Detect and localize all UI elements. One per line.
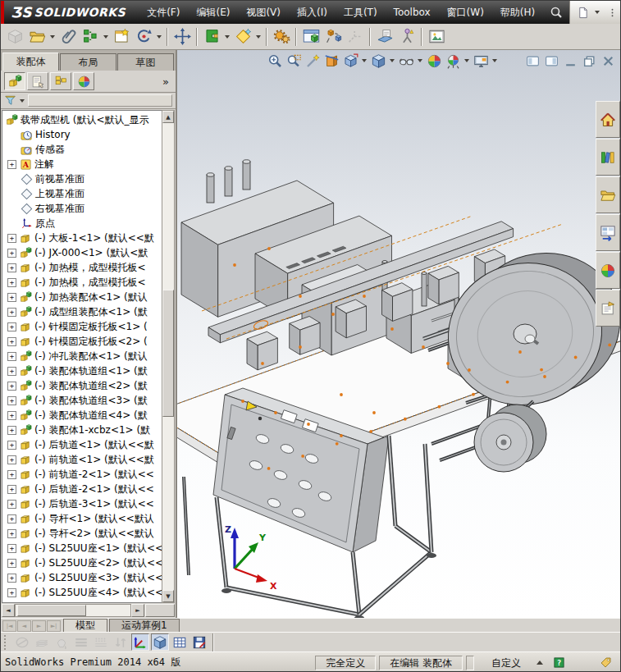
move-component-icon-button[interactable] — [171, 26, 193, 48]
tree-expander[interactable]: + — [7, 603, 16, 604]
status-custom[interactable]: 自定义 — [477, 656, 535, 670]
menu-7[interactable]: 帮助(H) — [492, 1, 543, 24]
smart-fasteners-icon-button[interactable] — [201, 26, 222, 48]
preview-window-icon-button[interactable] — [300, 26, 322, 48]
scroll-right-button[interactable]: ► — [131, 604, 144, 617]
tree-item-13[interactable]: +(-) 成型组装配体<1> (默 — [2, 304, 162, 319]
graphics-viewport[interactable]: Z Y X — [177, 50, 620, 618]
tree-expander[interactable]: + — [7, 544, 16, 553]
vscroll-track[interactable] — [162, 123, 174, 590]
simulation-icon-button[interactable] — [396, 26, 418, 48]
tree-expander[interactable]: + — [7, 382, 16, 391]
menu-5[interactable]: Toolbox — [386, 1, 439, 24]
tree-item-6[interactable]: 右视基准面 — [2, 201, 162, 216]
dropdown-icon[interactable] — [50, 35, 55, 39]
tree-item-4[interactable]: 前视基准面 — [2, 171, 162, 186]
tree-item-33[interactable]: +(-) SL25UU座<5> (默认<< — [2, 600, 162, 603]
hscroll-track[interactable] — [15, 604, 131, 617]
tree-item-24[interactable]: +(-) 前轨道-2<1> (默认<< — [2, 467, 162, 482]
tree-expander[interactable]: + — [7, 293, 16, 302]
menu-1[interactable]: 编辑(E) — [188, 1, 238, 24]
feature-manager-tab[interactable] — [4, 72, 25, 90]
tree-expander[interactable]: + — [7, 308, 16, 317]
search-icon[interactable] — [543, 1, 569, 24]
tree-vertical-scrollbar[interactable]: ▲ ▼ — [162, 110, 175, 603]
file-explorer-icon-tab[interactable] — [596, 176, 620, 213]
menu-4[interactable]: 工具(T) — [336, 1, 386, 24]
previous-view-icon-button[interactable] — [304, 52, 322, 70]
configuration-manager-tab[interactable] — [50, 72, 71, 90]
tree-item-25[interactable]: +(-) 后轨道-2<1> (默认<< — [2, 482, 162, 496]
right-pane-icon-button[interactable] — [542, 52, 560, 70]
display-style-icon-dropdown[interactable] — [390, 59, 395, 62]
tree-expander[interactable]: + — [7, 249, 16, 258]
close-doc-icon-button[interactable] — [599, 52, 617, 70]
doc-tab-0[interactable]: 模型 — [63, 619, 107, 632]
tree-expander[interactable]: + — [7, 470, 16, 479]
tree-expander[interactable]: + — [7, 396, 16, 405]
options-grip-icon[interactable] — [604, 4, 620, 21]
tree-expander[interactable]: + — [7, 278, 16, 287]
view-orientation-icon-button[interactable] — [341, 52, 359, 70]
open-icon-button[interactable] — [26, 26, 48, 48]
assembly-xpert-icon-button[interactable] — [271, 26, 292, 48]
tree-expander[interactable]: + — [7, 485, 16, 494]
section-view-icon-button[interactable] — [322, 52, 340, 70]
tree-expander[interactable]: + — [7, 367, 16, 376]
commandmanager-tab-0[interactable]: 装配体 — [2, 53, 59, 71]
tree-item-30[interactable]: +(-) SL25UU座<2> (默认<< — [2, 555, 162, 570]
tree-item-32[interactable]: +(-) SL25UU座<4> (默认<< — [2, 585, 162, 600]
commandmanager-tab-1[interactable]: 布局 — [60, 53, 116, 71]
new-document-icon[interactable] — [574, 4, 591, 21]
custom-dropdown-icon[interactable] — [537, 661, 543, 665]
triad-display-icon-button[interactable] — [131, 633, 149, 651]
tree-expander[interactable]: + — [7, 337, 16, 346]
tree-item-17[interactable]: +(-) 装配体轨道组<1> (默 — [2, 363, 162, 378]
rotate-component-icon-button[interactable] — [133, 26, 154, 48]
insert-components-icon-button[interactable] — [80, 26, 101, 48]
view-settings-icon-button[interactable] — [472, 52, 490, 70]
tree-expander[interactable]: + — [7, 426, 16, 435]
menu-2[interactable]: 视图(V) — [238, 1, 289, 24]
tree-item-28[interactable]: +(-) 导杆<2> (默认<<默认 — [2, 526, 162, 541]
hide-show-items-icon-dropdown[interactable] — [418, 59, 422, 62]
exploded-view-icon-button[interactable] — [322, 26, 344, 48]
tree-item-29[interactable]: +(-) SL25UU座<1> (默认<< — [2, 541, 162, 555]
tree-expander[interactable]: + — [7, 588, 16, 597]
edit-appearance-icon-button[interactable] — [425, 52, 443, 70]
restore-doc-icon-button[interactable] — [580, 52, 598, 70]
property-manager-tab[interactable] — [27, 72, 48, 90]
custom-properties-icon-tab[interactable] — [596, 290, 620, 327]
tree-item-23[interactable]: +(-) 前轨道<1> (默认<<默 — [2, 452, 162, 467]
tree-item-31[interactable]: +(-) SL25UU座<3> (默认<< — [2, 570, 162, 585]
scroll-down-button[interactable]: ▼ — [162, 590, 174, 602]
tree-item-11[interactable]: +(-) 加热模，成型模托板< — [2, 275, 162, 290]
scroll-up-button[interactable]: ▲ — [162, 111, 174, 123]
smart-component-icon-button[interactable] — [111, 26, 132, 48]
minimize-doc-icon-button[interactable] — [561, 52, 579, 70]
dropdown-icon[interactable] — [256, 35, 261, 39]
filter-field[interactable] — [28, 94, 172, 107]
hide-show-items-icon-button[interactable] — [397, 52, 415, 70]
view-orientation-icon-dropdown[interactable] — [362, 59, 367, 62]
menu-6[interactable]: 窗口(W) — [439, 1, 492, 24]
tree-horizontal-scrollbar[interactable]: ◄ ► — [2, 604, 175, 617]
tree-item-19[interactable]: +(-) 装配体轨道组<3> (默 — [2, 393, 162, 408]
zoom-to-area-icon-button[interactable] — [285, 52, 303, 70]
status-tag-icon[interactable] — [600, 656, 613, 670]
apply-scene-icon-button[interactable] — [444, 52, 462, 70]
tree-item-7[interactable]: 原点 — [2, 216, 162, 231]
tree-expander[interactable]: + — [7, 529, 16, 538]
tree-item-1[interactable]: History — [2, 127, 162, 142]
vscroll-thumb[interactable] — [162, 290, 174, 417]
tree-item-8[interactable]: +(-) 大板-1<1> (默认<<默 — [2, 231, 162, 245]
snapshot-icon-button[interactable] — [426, 26, 447, 48]
tree-item-26[interactable]: +(-) 后轨道-3<1> (默认<< — [2, 496, 162, 511]
new-document-icon-dropdown[interactable] — [595, 11, 600, 14]
design-library-icon-tab[interactable] — [596, 139, 620, 176]
dropdown-icon[interactable] — [157, 35, 162, 39]
tree-item-15[interactable]: +(-) 针模固定板托板<2> ( — [2, 334, 162, 349]
tree-expander[interactable]: + — [7, 574, 16, 583]
attachment-icon-button[interactable] — [57, 26, 79, 48]
status-help-icon[interactable]: ? — [553, 656, 565, 669]
